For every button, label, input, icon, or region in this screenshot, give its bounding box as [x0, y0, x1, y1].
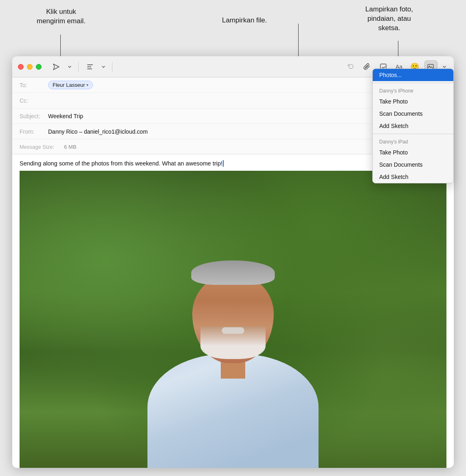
menu-item-scan-docs-ipad[interactable]: Scan Documents: [373, 159, 453, 171]
annotation-attach-line: [298, 24, 299, 57]
dropdown-menu: Photos... Danny's iPhone Take Photo Scan…: [372, 68, 454, 183]
annotation-photo-line: [398, 41, 398, 58]
message-body[interactable]: Sending along some of the photos from th…: [12, 154, 454, 468]
toolbar-divider-1: [78, 62, 79, 72]
chevron-down-icon-2: [101, 65, 106, 69]
annotation-photo: Lampirkan foto, pindaian, atau sketsa.: [365, 5, 413, 33]
menu-item-take-photo-ipad[interactable]: Take Photo: [373, 146, 453, 159]
format-dropdown-button[interactable]: [100, 60, 107, 73]
close-button[interactable]: [18, 64, 24, 70]
undo-button[interactable]: [344, 60, 357, 73]
svg-rect-1: [87, 66, 91, 67]
chevron-down-icon: [68, 65, 72, 69]
format-button[interactable]: [84, 60, 97, 73]
recipient-chevron-icon: ▾: [86, 83, 88, 87]
email-photo: [20, 171, 446, 468]
chevron-down-icon-3: [442, 65, 446, 69]
annotation-send: Klik untuk mengirim email.: [37, 7, 86, 26]
subject-value[interactable]: Weekend Trip: [48, 113, 83, 119]
from-label: From:: [20, 128, 48, 135]
hair-shape: [191, 260, 275, 285]
menu-divider-2: [373, 134, 453, 134]
undo-icon: [347, 63, 355, 71]
send-button[interactable]: [50, 60, 63, 73]
format-icon: [86, 63, 94, 71]
recipient-chip[interactable]: Fleur Lasseur ▾: [48, 81, 93, 89]
send-icon: [52, 63, 60, 71]
maximize-button[interactable]: [36, 64, 42, 70]
recipient-name: Fleur Lasseur: [53, 82, 85, 88]
text-cursor: [223, 160, 224, 167]
annotation-attach: Lampirkan file.: [222, 15, 267, 25]
message-size-label: Message Size:: [20, 144, 54, 150]
message-text: Sending along some of the photos from th…: [20, 160, 222, 167]
message-size-value: 6 MB: [64, 144, 76, 150]
menu-item-add-sketch-iphone[interactable]: Add Sketch: [373, 120, 453, 132]
menu-item-scan-docs-iphone[interactable]: Scan Documents: [373, 108, 453, 120]
menu-item-photos[interactable]: Photos...: [373, 69, 453, 81]
mustache-shape: [222, 327, 244, 334]
annotation-send-line: [60, 35, 61, 57]
minimize-button[interactable]: [27, 64, 33, 70]
person-container: [20, 171, 446, 468]
svg-rect-2: [87, 68, 92, 69]
menu-item-take-photo-iphone[interactable]: Take Photo: [373, 95, 453, 108]
cc-label: Cc:: [20, 97, 48, 104]
attach-button[interactable]: [360, 60, 374, 73]
head-shape: [192, 273, 274, 363]
to-label: To:: [20, 82, 48, 88]
menu-item-add-sketch-ipad[interactable]: Add Sketch: [373, 171, 453, 183]
menu-section-iphone: Danny's iPhone: [373, 85, 453, 95]
send-dropdown-button[interactable]: [66, 60, 73, 73]
subject-label: Subject:: [20, 113, 48, 119]
toolbar-divider-2: [112, 62, 112, 72]
menu-section-ipad: Danny's iPad: [373, 136, 453, 146]
menu-divider-1: [373, 83, 453, 83]
svg-rect-0: [87, 64, 93, 65]
from-value: Danny Rico – daniel_rico1@icloud.com: [48, 128, 148, 135]
traffic-lights: [18, 64, 42, 70]
attach-icon: [363, 63, 371, 71]
